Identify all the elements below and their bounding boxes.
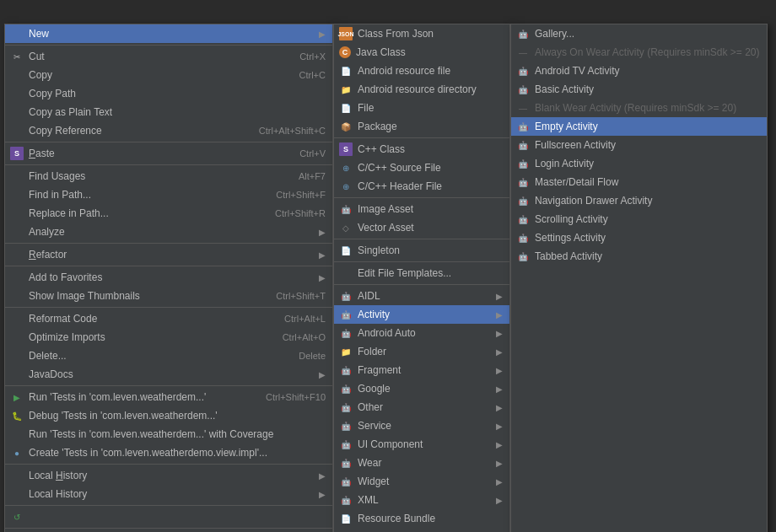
javadocs-icon xyxy=(10,368,24,381)
resource-bundle-icon: 📄 xyxy=(339,512,353,525)
activity-item-gallery[interactable]: 🤖 Gallery... xyxy=(511,24,767,43)
arrow-right-icon: ▶ xyxy=(496,310,503,320)
menu-item-run-coverage[interactable]: Run 'Tests in 'com.leven.weatherdem...' … xyxy=(5,425,332,443)
menu-item-reformat[interactable]: Reformat Code Ctrl+Alt+L xyxy=(5,309,332,328)
submenu-item-cpp-class[interactable]: S C++ Class xyxy=(334,140,509,159)
scrolling-icon: 🤖 xyxy=(516,212,530,226)
submenu-item-package[interactable]: 📦 Package xyxy=(334,117,509,136)
activity-item-scrolling[interactable]: 🤖 Scrolling Activity xyxy=(511,210,767,228)
file-icon: 📄 xyxy=(339,101,353,115)
separator xyxy=(5,243,332,244)
submenu-item-google[interactable]: 🤖 Google ▶ xyxy=(334,379,509,398)
menu-item-create-tests[interactable]: ● Create 'Tests in 'com.leven.weatherdem… xyxy=(5,443,332,462)
menu-item-add-favorites[interactable]: Add to Favorites ▶ xyxy=(5,268,332,287)
other-icon: 🤖 xyxy=(339,400,353,414)
submenu-item-folder[interactable]: 📁 Folder ▶ xyxy=(334,342,509,361)
menu-item-cut[interactable]: ✂ Cut Ctrl+X xyxy=(5,47,332,66)
basic-activity-icon: 🤖 xyxy=(516,83,530,96)
submenu-item-activity[interactable]: 🤖 Activity ▶ xyxy=(334,305,509,324)
menu-item-synchronize[interactable]: ↺ xyxy=(5,508,332,526)
new-submenu: JSON Class From Json C Java Class 📄 Andr… xyxy=(333,24,510,532)
menu-item-copy-plain[interactable]: Copy as Plain Text xyxy=(5,103,332,121)
menu-item-replace-path[interactable]: Replace in Path... Ctrl+Shift+R xyxy=(5,204,332,223)
menu-item-run-tests[interactable]: ▶ Run 'Tests in 'com.leven.weatherdem...… xyxy=(5,388,332,406)
separator xyxy=(5,266,332,266)
git-icon xyxy=(10,487,24,501)
activity-item-basic[interactable]: 🤖 Basic Activity xyxy=(511,80,767,99)
submenu-item-service[interactable]: 🤖 Service ▶ xyxy=(334,416,509,435)
submenu-item-android-resource-dir[interactable]: 📁 Android resource directory xyxy=(334,80,509,99)
arrow-right-icon: ▶ xyxy=(319,471,326,481)
menu-item-find-usages[interactable]: Find Usages Alt+F7 xyxy=(5,167,332,185)
cut-icon: ✂ xyxy=(10,50,24,63)
android-tv-icon: 🤖 xyxy=(516,64,530,78)
ui-component-icon: 🤖 xyxy=(339,438,353,451)
activity-item-login[interactable]: 🤖 Login Activity xyxy=(511,154,767,173)
menu-item-local-history[interactable]: Local History ▶ xyxy=(5,466,332,485)
separator xyxy=(334,284,509,285)
menu-item-javadocs[interactable]: JavaDocs ▶ xyxy=(5,365,332,384)
submenu-item-ui-component[interactable]: 🤖 UI Component ▶ xyxy=(334,435,509,454)
activity-item-nav-drawer[interactable]: 🤖 Navigation Drawer Activity xyxy=(511,191,767,210)
arrow-right-icon: ▶ xyxy=(319,30,326,39)
submenu-item-java-class[interactable]: C Java Class xyxy=(334,43,509,62)
run-icon: ▶ xyxy=(10,390,24,404)
copy-ref-icon xyxy=(10,124,24,137)
menu-item-delete[interactable]: Delete... Delete xyxy=(5,347,332,365)
submenu-item-wear[interactable]: 🤖 Wear ▶ xyxy=(334,454,509,472)
menu-item-copy-ref[interactable]: Copy Reference Ctrl+Alt+Shift+C xyxy=(5,121,332,140)
submenu-item-android-resource[interactable]: 📄 Android resource file xyxy=(334,62,509,80)
arrow-right-icon: ▶ xyxy=(319,273,326,282)
menu-item-new[interactable]: New ▶ xyxy=(5,24,332,43)
arrow-right-icon: ▶ xyxy=(496,422,503,431)
submenu-item-cpp-source[interactable]: ⊕ C/C++ Source File xyxy=(334,159,509,177)
settings-activity-icon: 🤖 xyxy=(516,231,530,245)
separator xyxy=(5,142,332,142)
submenu-item-resource-bundle[interactable]: 📄 Resource Bundle xyxy=(334,509,509,528)
thumbnails-icon xyxy=(10,289,24,303)
widget-icon: 🤖 xyxy=(339,475,353,488)
menu-item-find-path[interactable]: Find in Path... Ctrl+Shift+F xyxy=(5,185,332,204)
find-usages-icon xyxy=(10,169,24,183)
activity-item-settings[interactable]: 🤖 Settings Activity xyxy=(511,228,767,247)
refactor-icon xyxy=(10,248,24,261)
submenu-item-file[interactable]: 📄 File xyxy=(334,99,509,117)
menu-item-optimize[interactable]: Optimize Imports Ctrl+Alt+O xyxy=(5,328,332,347)
delete-icon xyxy=(10,349,24,363)
menu-item-copy[interactable]: Copy Ctrl+C xyxy=(5,66,332,84)
menu-item-refactor[interactable]: Refactor ▶ xyxy=(5,245,332,264)
context-menu-container: New ▶ ✂ Cut Ctrl+X Copy Ctrl+C Copy Path xyxy=(4,24,768,532)
submenu-item-singleton[interactable]: 📄 Singleton xyxy=(334,241,509,260)
submenu-item-widget[interactable]: 🤖 Widget ▶ xyxy=(334,472,509,491)
activity-item-empty[interactable]: 🤖 Empty Activity xyxy=(511,117,767,136)
menu-item-copy-path[interactable]: Copy Path xyxy=(5,84,332,103)
submenu-item-edit-templates[interactable]: Edit File Templates... xyxy=(334,264,509,282)
menu-item-paste[interactable]: S Paste Ctrl+V xyxy=(5,144,332,163)
create-tests-icon: ● xyxy=(10,446,24,459)
activity-item-fullscreen[interactable]: 🤖 Fullscreen Activity xyxy=(511,136,767,154)
submenu-item-vector-asset[interactable]: ◇ Vector Asset xyxy=(334,218,509,237)
menu-item-debug-tests[interactable]: 🐛 Debug 'Tests in 'com.leven.weatherdem.… xyxy=(5,406,332,425)
activity-item-blank-wear: — Blank Wear Activity (Requires minSdk >… xyxy=(511,99,767,117)
submenu-item-image-asset[interactable]: 🤖 Image Asset xyxy=(334,200,509,218)
submenu-item-fragment[interactable]: 🤖 Fragment ▶ xyxy=(334,361,509,379)
submenu-item-class-from-json[interactable]: JSON Class From Json xyxy=(334,24,509,43)
submenu-item-android-auto[interactable]: 🤖 Android Auto ▶ xyxy=(334,324,509,342)
menu-item-analyze[interactable]: Analyze ▶ xyxy=(5,223,332,241)
activity-item-android-tv[interactable]: 🤖 Android TV Activity xyxy=(511,62,767,80)
arrow-right-icon: ▶ xyxy=(496,496,503,505)
separator xyxy=(5,45,332,46)
submenu-item-xml[interactable]: 🤖 XML ▶ xyxy=(334,491,509,509)
edit-templates-icon xyxy=(339,266,353,280)
debug-icon: 🐛 xyxy=(10,409,24,422)
arrow-right-icon: ▶ xyxy=(496,459,503,468)
submenu-item-other[interactable]: 🤖 Other ▶ xyxy=(334,398,509,416)
submenu-item-cpp-header[interactable]: ⊕ C/C++ Header File xyxy=(334,177,509,196)
find-path-icon xyxy=(10,188,24,202)
activity-item-master-detail[interactable]: 🤖 Master/Detail Flow xyxy=(511,173,767,191)
submenu-item-aidl[interactable]: 🤖 AIDL ▶ xyxy=(334,287,509,305)
menu-item-git[interactable]: Local History ▶ xyxy=(5,485,332,503)
menu-item-show-thumbnails[interactable]: Show Image Thumbnails Ctrl+Shift+T xyxy=(5,287,332,305)
activity-item-tabbed[interactable]: 🤖 Tabbed Activity xyxy=(511,247,767,266)
arrow-right-icon: ▶ xyxy=(496,292,503,301)
